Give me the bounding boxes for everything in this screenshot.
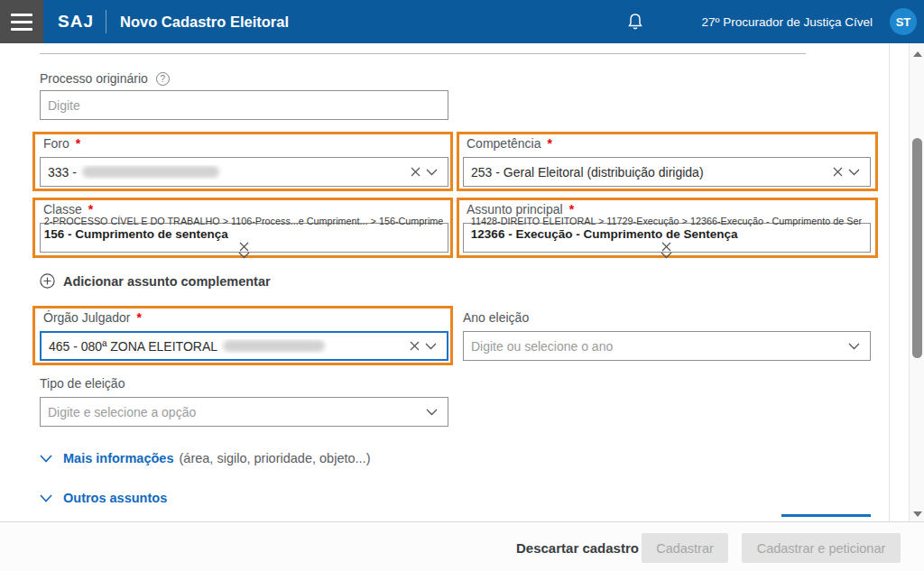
clear-icon[interactable]: [236, 242, 252, 252]
plus-circle-icon: [40, 273, 55, 289]
scroll-down-icon[interactable]: [910, 506, 924, 521]
required-marker: *: [569, 202, 574, 216]
outros-assuntos-toggle[interactable]: Outros assuntos: [40, 491, 167, 505]
register-and-petition-button[interactable]: Cadastrar e peticionar: [742, 533, 901, 563]
orgao-julgador-select[interactable]: 465 - 080ª ZONA ELEITORAL: [40, 331, 448, 361]
required-marker: *: [137, 310, 142, 325]
user-role-label: 27º Procurador de Justiça Cível: [701, 0, 873, 43]
clear-icon[interactable]: [408, 167, 423, 177]
competencia-label: Competência*: [467, 136, 552, 151]
chevron-down-icon[interactable]: [423, 169, 440, 176]
foro-label: Foro*: [43, 136, 80, 151]
header-divider: [106, 10, 106, 33]
classe-breadcrumb: 2-PROCESSO CÍVEL E DO TRABALHO > 1106-Pr…: [44, 216, 444, 227]
content-right-edge: [889, 43, 890, 521]
add-assunto-complementar-button[interactable]: Adicionar assunto complementar: [40, 273, 271, 289]
scroll-up-icon[interactable]: [910, 46, 924, 61]
form-content: Processo originário ? Foro* 333 - Compet…: [0, 43, 924, 521]
page-title: Novo Cadastro Eleitoral: [120, 0, 289, 43]
cutoff-field-border: [40, 53, 806, 54]
mais-informacoes-toggle[interactable]: Mais informações (área, sigilo, priorida…: [40, 451, 370, 465]
chevron-down-icon: [40, 455, 52, 463]
chevron-down-icon[interactable]: [423, 409, 440, 416]
cutoff-blue-element: [781, 514, 871, 517]
processo-originario-input[interactable]: [40, 90, 448, 120]
action-bar: Descartar cadastro Cadastrar Cadastrar e…: [0, 521, 924, 571]
competencia-select[interactable]: 253 - Geral Eleitoral (distribuição diri…: [463, 157, 871, 187]
assunto-value: 12366 - Execução - Cumprimento de Senten…: [471, 227, 862, 242]
clear-icon[interactable]: [659, 242, 674, 252]
clear-icon[interactable]: [407, 341, 422, 351]
redacted-text: [82, 166, 219, 178]
chevron-down-icon[interactable]: [658, 252, 675, 259]
assunto-principal-select[interactable]: 11428-DIREITO ELEITORAL > 11729-Execução…: [463, 223, 871, 253]
chevron-down-icon[interactable]: [236, 252, 253, 259]
chevron-down-icon[interactable]: [845, 169, 863, 176]
chevron-down-icon[interactable]: [422, 343, 439, 350]
vertical-scrollbar[interactable]: [909, 43, 924, 521]
required-marker: *: [76, 136, 80, 151]
tipo-eleicao-label: Tipo de eleição: [40, 376, 125, 391]
assunto-principal-label: Assunto principal*: [467, 202, 574, 216]
classe-select[interactable]: 2-PROCESSO CÍVEL E DO TRABALHO > 1106-Pr…: [40, 223, 448, 253]
classe-label: Classe*: [43, 202, 93, 216]
register-button[interactable]: Cadastrar: [642, 533, 728, 563]
required-marker: *: [548, 136, 552, 151]
app-logo: SAJ: [58, 0, 94, 43]
tipo-eleicao-select[interactable]: [40, 397, 448, 427]
assunto-breadcrumb: 11428-DIREITO ELEITORAL > 11729-Execução…: [471, 216, 862, 227]
hamburger-icon: [11, 14, 32, 16]
classe-value: 156 - Cumprimento de sentença: [44, 227, 444, 242]
ano-eleicao-label: Ano eleição: [463, 310, 529, 325]
chevron-down-icon[interactable]: [845, 343, 863, 350]
discard-button[interactable]: Descartar cadastro: [516, 533, 639, 563]
ano-eleicao-select[interactable]: [463, 331, 871, 361]
menu-button[interactable]: [0, 0, 43, 43]
bell-icon[interactable]: [624, 11, 646, 32]
orgao-julgador-label: Órgão Julgador*: [43, 310, 142, 325]
scrollbar-thumb[interactable]: [912, 138, 922, 358]
required-marker: *: [88, 202, 93, 216]
clear-icon[interactable]: [830, 167, 845, 177]
chevron-down-icon: [40, 494, 52, 502]
app-header: SAJ Novo Cadastro Eleitoral 27º Procurad…: [0, 0, 924, 43]
help-icon[interactable]: ?: [156, 72, 170, 86]
avatar[interactable]: ST: [890, 8, 917, 35]
app-window: SAJ Novo Cadastro Eleitoral 27º Procurad…: [0, 0, 924, 571]
foro-select[interactable]: 333 -: [40, 157, 448, 187]
processo-originario-label: Processo originário ?: [40, 71, 170, 86]
redacted-text: [223, 340, 325, 352]
